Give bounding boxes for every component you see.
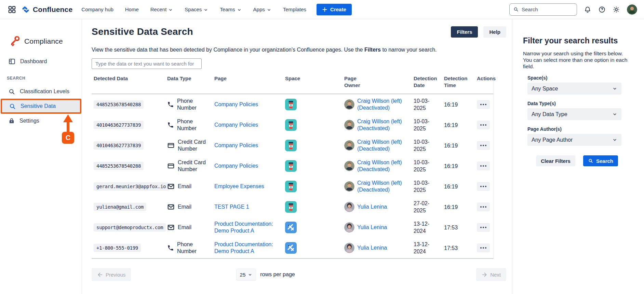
sidebar-item-dashboard[interactable]: Dashboard: [0, 55, 82, 68]
page-link[interactable]: Company Policies: [214, 163, 258, 169]
page-link[interactable]: Employee Expenses: [214, 183, 264, 190]
data-type-cell: Email: [165, 183, 212, 190]
actions-cell: [475, 162, 493, 170]
page-owner-link[interactable]: Craig Willson (left) (Deactivated): [357, 139, 412, 152]
space-cell: [283, 160, 342, 172]
row-actions-button[interactable]: [477, 121, 490, 129]
craig-avatar: [344, 140, 354, 151]
row-actions-button[interactable]: [477, 182, 490, 191]
nav-item-home[interactable]: Home: [125, 6, 139, 12]
page-link[interactable]: Company Policies: [214, 142, 258, 149]
email-icon: [167, 203, 175, 211]
detected-data-cell: 4010463627737839: [92, 141, 165, 150]
page-owner-link[interactable]: Yulia Lenina: [357, 244, 387, 251]
credit-card-icon: [167, 142, 175, 149]
global-search[interactable]: [509, 3, 577, 16]
email-icon: [167, 183, 175, 190]
filters-button[interactable]: Filters: [451, 26, 478, 38]
page-owner-cell: Craig Willson (left) (Deactivated): [342, 139, 412, 152]
create-button[interactable]: Create: [317, 4, 352, 15]
magnifier-icon: [9, 103, 16, 110]
next-page-button[interactable]: Next: [476, 268, 506, 281]
notifications-bell-icon[interactable]: [584, 6, 591, 13]
page-cell: Product Documentation: Demo Product A: [212, 221, 283, 234]
detection-time: 16:19: [444, 122, 458, 129]
chevron-down-icon: [203, 8, 208, 12]
page-link[interactable]: TEST PAGE 1: [214, 204, 249, 210]
page-owner-link[interactable]: Craig Willson (left) (Deactivated): [357, 180, 412, 193]
nav-item-company-hub[interactable]: Company hub: [81, 6, 113, 12]
filter-panel-description: Narrow your search using the filters bel…: [523, 50, 628, 70]
detection-date: 10-03-2025: [414, 118, 438, 132]
row-actions-button[interactable]: [477, 243, 490, 252]
nav-item-teams[interactable]: Teams: [220, 6, 241, 12]
detected-data-value: +1-800-555-0199: [94, 244, 141, 252]
data-type-cell: Email: [165, 224, 212, 231]
search-icon: [588, 158, 593, 164]
global-search-input[interactable]: [522, 6, 569, 12]
help-question-icon[interactable]: [598, 6, 606, 13]
filter-search-button[interactable]: Search: [583, 155, 618, 166]
column-header-detection-time: Detection Time: [442, 75, 473, 89]
previous-page-button[interactable]: Previous: [92, 268, 131, 281]
rows-per-page-select[interactable]: 25: [236, 269, 256, 280]
page-link[interactable]: Product Documentation: Demo Product A: [214, 221, 278, 234]
detection-time: 16:19: [444, 204, 458, 211]
actions-cell: [475, 121, 493, 129]
settings-gear-icon[interactable]: [613, 6, 620, 13]
detection-date: 10-03-2025: [414, 159, 438, 173]
column-header-actions: Actions: [475, 75, 493, 82]
space-cell: [283, 222, 342, 233]
row-actions-button[interactable]: [477, 162, 490, 170]
page-owner-link[interactable]: Yulia Lenina: [357, 204, 387, 210]
page-owner-link[interactable]: Craig Willson (left) (Deactivated): [357, 159, 412, 173]
results-table: Detected Data Data Type Page Space Page …: [92, 75, 494, 259]
confluence-logo[interactable]: Confluence: [21, 5, 72, 14]
page-author-filter-select[interactable]: Any Page Author: [527, 134, 621, 146]
row-actions-button[interactable]: [477, 141, 490, 150]
help-button[interactable]: Help: [483, 26, 506, 38]
chevron-down-icon: [612, 86, 617, 91]
detection-date-cell: 10-03-2025: [412, 159, 442, 173]
coffee-cup-space-icon: [285, 99, 297, 110]
clear-filters-button[interactable]: Clear Filters: [536, 155, 575, 166]
actions-cell: [475, 141, 493, 150]
spaces-filter-select[interactable]: Any Space: [527, 83, 621, 95]
page-link[interactable]: Product Documentation: Demo Product A: [214, 241, 278, 255]
sidebar-item-sensitive-data[interactable]: Sensitive Data: [2, 100, 80, 112]
data-type-cell: Phone Number: [165, 241, 212, 255]
page-owner-link[interactable]: Craig Willson (left) (Deactivated): [357, 118, 412, 132]
space-cell: [283, 201, 342, 213]
user-avatar[interactable]: [627, 4, 637, 15]
detection-time-cell: 16:19: [442, 183, 475, 190]
page-owner-cell: Craig Willson (left) (Deactivated): [342, 118, 412, 132]
data-type-cell: Phone Number: [165, 98, 212, 111]
page-owner-cell: Craig Willson (left) (Deactivated): [342, 98, 412, 111]
space-cell: [283, 119, 342, 131]
nav-item-apps[interactable]: Apps: [253, 6, 271, 12]
data-type-cell: Credit Card Number: [165, 139, 212, 152]
app-switcher-icon[interactable]: [7, 4, 17, 15]
page-owner-link[interactable]: Yulia Lenina: [357, 224, 387, 231]
table-row: support@demoproductx.comEmailProduct Doc…: [92, 217, 493, 238]
coffee-cup-space-icon: [285, 201, 297, 213]
row-actions-button[interactable]: [477, 202, 490, 211]
page-link[interactable]: Company Policies: [214, 122, 258, 128]
data-type-label: Email: [178, 183, 191, 190]
detection-time-cell: 17:53: [442, 244, 475, 252]
row-actions-button[interactable]: [477, 223, 490, 232]
nav-item-spaces[interactable]: Spaces: [185, 6, 208, 12]
nav-item-recent[interactable]: Recent: [150, 6, 173, 12]
row-actions-button[interactable]: [477, 100, 490, 109]
page-owner-link[interactable]: Craig Willson (left) (Deactivated): [357, 98, 412, 111]
craig-avatar: [344, 120, 354, 130]
column-header-space: Space: [283, 75, 314, 82]
table-row: 4010463627737839Credit Card NumberCompan…: [92, 135, 493, 156]
sidebar-item-classification-levels[interactable]: Classification Levels: [0, 85, 82, 98]
detection-date-cell: 13-12-2024: [412, 241, 442, 255]
table-row: 4485253678540288Phone NumberCompany Poli…: [92, 94, 493, 115]
page-link[interactable]: Company Policies: [214, 101, 258, 108]
data-search-input[interactable]: [92, 58, 202, 69]
data-type-filter-select[interactable]: Any Data Type: [527, 108, 621, 120]
nav-item-templates[interactable]: Templates: [283, 6, 306, 12]
